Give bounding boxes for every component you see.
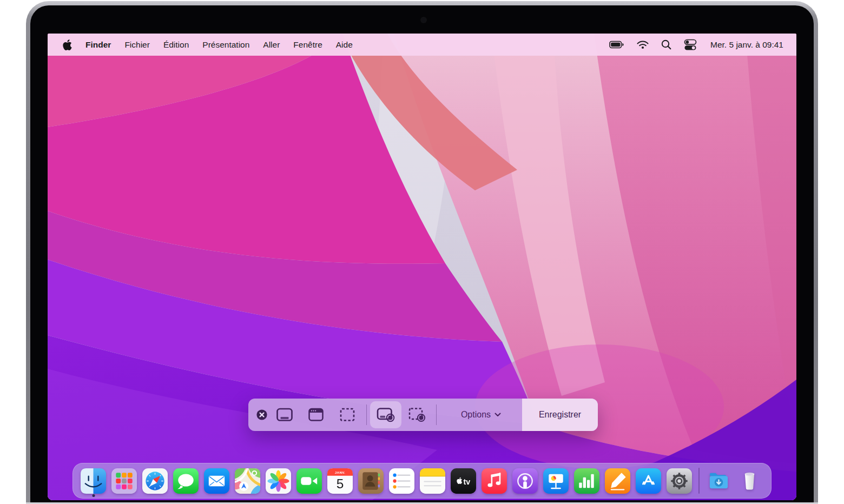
downloads-folder-icon [706,468,731,494]
dock: JANV. 5 [72,463,772,499]
menu-item-fichier[interactable]: Fichier [124,40,150,50]
menu-item-edition[interactable]: Édition [163,40,189,50]
dock-item-keynote[interactable] [540,463,571,498]
dock-item-maps[interactable] [232,463,263,498]
webcam-dot [421,18,426,22]
toolbar-divider [436,404,437,425]
record-label: Enregistrer [539,410,581,420]
capture-selected-window-button[interactable] [300,401,332,428]
close-icon [256,409,268,421]
toolbar-divider [366,404,367,425]
dock-separator [698,468,700,494]
running-indicator-dot [92,494,95,497]
safari-icon [142,468,168,494]
battery-icon[interactable] [609,40,624,49]
calendar-icon: JANV. 5 [327,468,353,494]
menu-item-app[interactable]: Finder [85,40,111,50]
finder-icon [81,468,106,494]
contacts-icon [358,468,384,494]
podcasts-icon [512,468,538,494]
dock-item-trash[interactable] [734,463,765,498]
dock-item-contacts[interactable] [355,463,386,498]
capture-window-icon [307,406,325,423]
menu-item-aide[interactable]: Aide [336,40,353,50]
dock-item-pages[interactable] [602,463,633,498]
reminders-icon [389,468,414,494]
record-selection-icon [407,406,427,423]
dock-item-app-store[interactable] [633,463,664,498]
options-label: Options [461,410,491,420]
dock-item-podcasts[interactable] [510,463,540,498]
apple-tv-icon: tv [451,468,476,494]
dock-item-downloads[interactable] [703,463,734,498]
screenshot-toolbar: Options Enregistrer [248,399,598,431]
dock-item-reminders[interactable] [386,463,417,498]
maps-icon [235,468,260,494]
keynote-icon [543,468,569,494]
numbers-icon [574,468,599,494]
menu-bar-clock[interactable]: Mer. 5 janv. à 09:41 [710,40,783,50]
dock-item-facetime[interactable] [294,463,325,498]
dock-item-finder[interactable] [78,463,109,498]
app-store-icon [636,468,661,494]
control-center-icon[interactable] [684,39,697,51]
menu-item-presentation[interactable]: Présentation [202,40,249,50]
spotlight-search-icon[interactable] [661,39,671,50]
system-preferences-icon [667,468,692,494]
record-button[interactable]: Enregistrer [522,399,598,431]
dock-item-photos[interactable] [263,463,294,498]
menu-bar: Finder Fichier Édition Présentation Alle… [48,34,796,56]
notes-icon [420,468,445,494]
menu-item-fenetre[interactable]: Fenêtre [293,40,322,50]
capture-selected-portion-button[interactable] [332,401,363,428]
apple-logo-icon [63,39,72,50]
dock-item-calendar[interactable]: JANV. 5 [325,463,355,498]
trash-icon [737,468,762,494]
messages-icon [173,468,199,494]
options-button[interactable]: Options [440,409,522,420]
dock-item-numbers[interactable] [571,463,602,498]
calendar-month-label: JANV. [335,470,345,474]
screen: Finder Fichier Édition Présentation Alle… [48,34,796,500]
dock-item-launchpad[interactable] [109,463,140,498]
dock-item-system-preferences[interactable] [664,463,695,498]
dock-item-notes[interactable] [417,463,448,498]
menu-bar-status: Mer. 5 janv. à 09:41 [609,39,783,51]
close-button[interactable] [255,409,269,421]
dock-item-mail[interactable] [201,463,232,498]
music-icon [482,468,507,494]
calendar-day-label: 5 [337,476,344,491]
record-selected-portion-button[interactable] [401,401,433,428]
page: Finder Fichier Édition Présentation Alle… [0,0,844,504]
photos-icon [266,468,291,494]
capture-selection-icon [338,406,357,423]
menu-items: Finder Fichier Édition Présentation Alle… [85,40,353,50]
chevron-down-icon [494,413,501,417]
tv-label: tv [464,477,471,486]
mail-icon [204,468,229,494]
record-entire-screen-button[interactable] [370,401,401,428]
wifi-icon[interactable] [637,40,649,49]
launchpad-icon [111,468,137,494]
apple-menu[interactable] [63,39,72,50]
pages-icon [605,468,630,494]
capture-screen-icon [275,406,294,423]
dock-item-tv[interactable]: tv [448,463,479,498]
record-screen-icon [376,406,395,423]
facetime-icon [296,468,322,494]
dock-item-messages[interactable] [170,463,201,498]
capture-entire-screen-button[interactable] [269,401,300,428]
dock-item-music[interactable] [479,463,510,498]
menu-item-aller[interactable]: Aller [263,40,280,50]
dock-item-safari[interactable] [140,463,170,498]
